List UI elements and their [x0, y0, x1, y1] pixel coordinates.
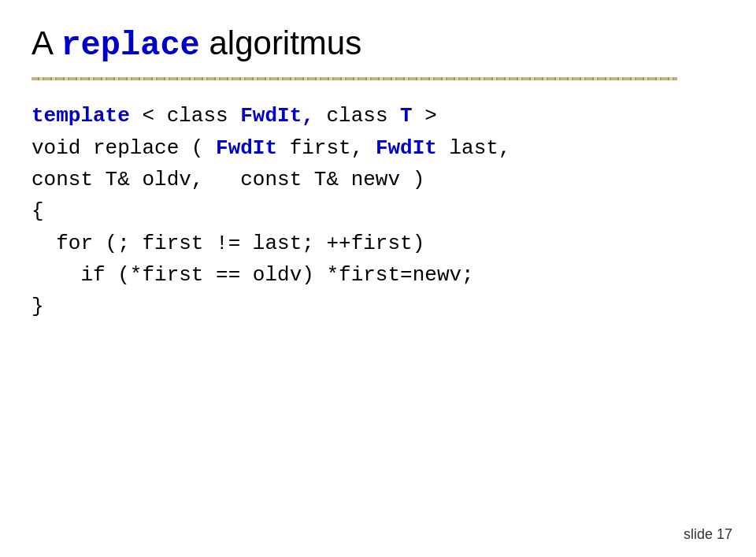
code-line-3: const T& oldv, const T& newv ): [32, 164, 724, 195]
code-block: template < class FwdIt, class T > void r…: [32, 100, 724, 322]
code-line-6: if (*first == oldv) *first=newv;: [32, 259, 724, 291]
title-keyword: replace: [61, 27, 199, 65]
keyword-t: T: [400, 104, 413, 128]
title-prefix: A: [32, 24, 61, 61]
code-line-2: void replace ( FwdIt first, FwdIt last,: [32, 132, 724, 164]
slide-container: A replace algoritmus template < class Fw…: [0, 0, 756, 557]
title-divider: [32, 77, 677, 80]
code-line-7: }: [32, 291, 724, 322]
code-line-1: template < class FwdIt, class T >: [32, 100, 724, 132]
title-suffix: algoritmus: [200, 24, 361, 61]
slide-number: slide 17: [684, 526, 732, 543]
keyword-fwdit-1: FwdIt,: [240, 104, 314, 128]
code-line-4: {: [32, 195, 724, 227]
slide-title: A replace algoritmus: [32, 24, 724, 65]
code-line-5: for (; first != last; ++first): [32, 228, 724, 259]
keyword-fwdit-3: FwdIt: [376, 136, 437, 160]
keyword-fwdit-2: FwdIt: [216, 136, 277, 160]
keyword-template: template: [32, 104, 130, 128]
title-area: A replace algoritmus: [32, 24, 724, 65]
